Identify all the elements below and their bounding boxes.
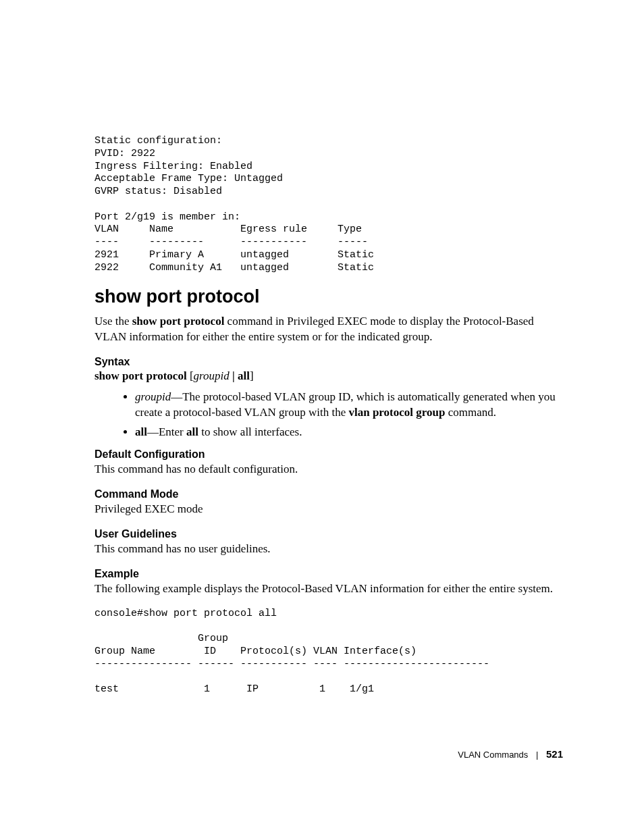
syntax-line: show port protocol [groupid | all] — [95, 369, 563, 383]
syntax-heading: Syntax — [95, 356, 563, 368]
bullet-all-tail: to show all interfaces. — [198, 425, 302, 438]
code-block-static-config: Static configuration: PVID: 2922 Ingress… — [95, 135, 563, 274]
command-mode-text: Privileged EXEC mode — [95, 502, 563, 517]
syntax-cmd: show port protocol — [95, 369, 187, 382]
page-footer: VLAN Commands | 521 — [458, 748, 563, 760]
intro-pre: Use the — [95, 315, 132, 328]
default-config-heading: Default Configuration — [95, 448, 563, 461]
footer-chapter: VLAN Commands — [458, 750, 528, 760]
syntax-sep: | — [230, 369, 238, 382]
example-text: The following example displays the Proto… — [95, 581, 563, 597]
syntax-all: all — [238, 369, 250, 382]
syntax-arg: groupid — [194, 369, 230, 382]
bullet-all-all2: all — [186, 425, 198, 438]
bullet-groupid-cmd: vlan protocol group — [348, 406, 445, 419]
bullet-groupid: groupid—The protocol-based VLAN group ID… — [135, 390, 563, 421]
syntax-open: [ — [187, 369, 194, 382]
user-guidelines-text: This command has no user guidelines. — [95, 542, 563, 557]
default-config-text: This command has no default configuratio… — [95, 462, 563, 477]
page: Static configuration: PVID: 2922 Ingress… — [0, 0, 644, 834]
command-mode-heading: Command Mode — [95, 488, 563, 500]
user-guidelines-heading: User Guidelines — [95, 528, 563, 540]
code-block-example: console#show port protocol all Group Gro… — [95, 608, 563, 696]
intro-command: show port protocol — [132, 315, 225, 328]
footer-page-number: 521 — [546, 748, 563, 760]
bullet-all-term: all — [135, 425, 147, 438]
section-title: show port protocol — [95, 286, 563, 307]
bullet-groupid-term: groupid — [135, 390, 171, 403]
syntax-close: ] — [250, 369, 254, 382]
intro-paragraph: Use the show port protocol command in Pr… — [95, 314, 563, 345]
footer-divider: | — [536, 750, 538, 760]
bullet-all-dash: —Enter — [147, 425, 186, 438]
bullet-all: all—Enter all to show all interfaces. — [135, 425, 563, 440]
bullet-groupid-tail: command. — [445, 406, 496, 419]
example-heading: Example — [95, 568, 563, 580]
syntax-bullets: groupid—The protocol-based VLAN group ID… — [116, 390, 563, 440]
